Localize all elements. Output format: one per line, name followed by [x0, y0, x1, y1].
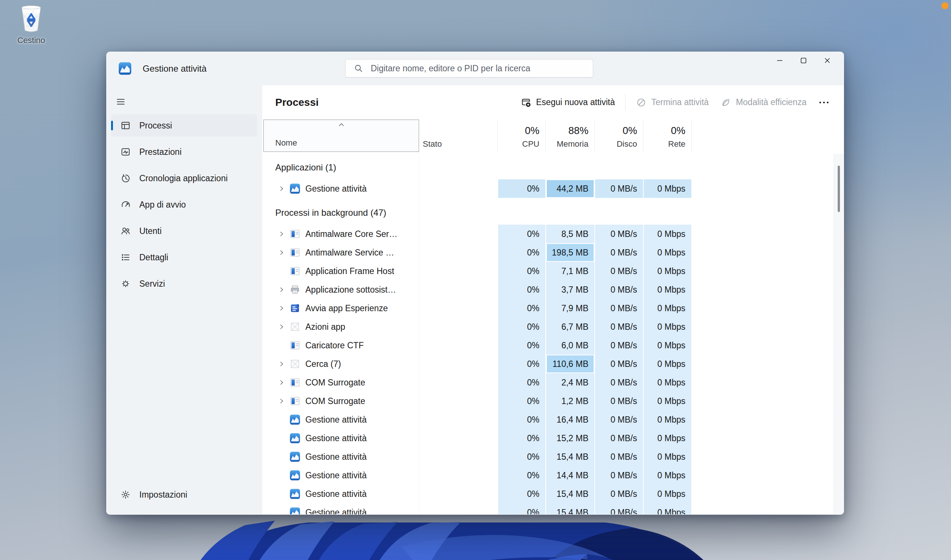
navigation-menu-button[interactable]	[112, 93, 130, 111]
expand-chevron-icon[interactable]	[277, 286, 286, 294]
expand-chevron-icon[interactable]	[277, 304, 286, 312]
task-manager-icon	[289, 488, 301, 500]
network-cell: 0 Mbps	[643, 429, 691, 448]
task-manager-icon	[289, 182, 301, 195]
end-task-button[interactable]: Termina attività	[630, 94, 715, 111]
process-row[interactable]: Gestione attività 0% 16,4 MB 0 MB/s 0 Mb…	[262, 410, 834, 429]
column-header-rete[interactable]: 0% Rete	[643, 119, 691, 152]
sidebar-item-app-di-avvio[interactable]: App di avvio	[111, 194, 257, 216]
toolbar-separator	[625, 94, 626, 111]
disk-cell: 0 MB/s	[594, 262, 643, 280]
search-box[interactable]	[345, 59, 593, 78]
process-row[interactable]: Gestione attività 0% 15,4 MB 0 MB/s 0 Mb…	[262, 485, 834, 503]
process-row[interactable]: Cerca (7) 0% 110,6 MB 0 MB/s 0 Mbps	[262, 355, 834, 373]
run-new-task-button[interactable]: Esegui nuova attività	[515, 94, 621, 111]
memory-cell: 44,2 MB	[545, 179, 594, 198]
cpu-cell: 0%	[497, 392, 545, 410]
process-name-cell: Avvia app Esperienze	[262, 299, 419, 317]
cpu-cell: 0%	[497, 336, 545, 355]
network-cell: 0 Mbps	[643, 317, 691, 336]
disk-cell: 0 MB/s	[594, 355, 643, 373]
expand-chevron-icon[interactable]	[277, 323, 286, 331]
expand-chevron-icon[interactable]	[277, 185, 286, 193]
exe-icon	[289, 339, 301, 352]
network-cell: 0 Mbps	[643, 179, 691, 198]
expand-chevron-icon[interactable]	[277, 378, 286, 386]
memory-cell: 15,2 MB	[545, 429, 594, 448]
process-row[interactable]: Gestione attività 0% 14,4 MB 0 MB/s 0 Mb…	[262, 466, 834, 485]
sidebar-item-prestazioni[interactable]: Prestazioni	[111, 141, 257, 163]
cpu-cell: 0%	[497, 448, 545, 466]
process-row[interactable]: Applicazione sottosistema spo… 0% 3,7 MB…	[262, 280, 834, 299]
process-row[interactable]: COM Surrogate 0% 2,4 MB 0 MB/s 0 Mbps	[262, 373, 834, 392]
sidebar-item-servizi[interactable]: Servizi	[111, 272, 257, 295]
processes-icon	[120, 120, 131, 131]
sidebar-item-processi[interactable]: Processi	[111, 114, 257, 137]
status-cell	[419, 392, 497, 410]
hamburger-icon	[115, 97, 126, 107]
process-name-cell: Gestione attività	[262, 179, 419, 198]
process-row[interactable]: Caricatore CTF 0% 6,0 MB 0 MB/s 0 Mbps	[262, 336, 834, 355]
sidebar-item-cronologia-applicazioni[interactable]: Cronologia applicazioni	[111, 167, 257, 189]
network-cell: 0 Mbps	[643, 299, 691, 317]
efficiency-mode-button[interactable]: Modalità efficienza	[715, 94, 813, 111]
close-button[interactable]	[816, 52, 839, 69]
status-cell	[419, 429, 497, 448]
process-row[interactable]: Gestione attività 0% 15,4 MB 0 MB/s 0 Mb…	[262, 503, 834, 514]
process-row[interactable]: COM Surrogate 0% 1,2 MB 0 MB/s 0 Mbps	[262, 392, 834, 410]
process-row[interactable]: Avvia app Esperienze 0% 7,9 MB 0 MB/s 0 …	[262, 299, 834, 317]
sidebar-item-utenti[interactable]: Utenti	[111, 220, 257, 242]
process-row[interactable]: Gestione attività 0% 44,2 MB 0 MB/s 0 Mb…	[262, 179, 834, 198]
performance-icon	[120, 146, 131, 157]
task-manager-icon	[289, 469, 301, 482]
expand-chevron-icon[interactable]	[277, 397, 286, 405]
more-options-button[interactable]	[813, 94, 836, 111]
task-manager-app-icon	[118, 62, 131, 75]
column-header-stato[interactable]: Stato	[423, 139, 442, 149]
process-row[interactable]: Antimalware Service Executable 0% 198,5 …	[262, 243, 834, 262]
sidebar-item-impostazioni[interactable]: Impostazioni	[111, 483, 257, 506]
disk-cell: 0 MB/s	[594, 485, 643, 503]
process-name: Gestione attività	[305, 489, 367, 499]
disk-cell: 0 MB/s	[594, 336, 643, 355]
network-cell: 0 Mbps	[643, 410, 691, 429]
toolbar: Processi Esegui nuova attività	[262, 85, 844, 119]
expand-chevron-icon[interactable]	[277, 248, 286, 257]
search-icon	[354, 63, 363, 73]
memory-cell: 15,4 MB	[545, 503, 594, 514]
search-input[interactable]	[370, 63, 593, 74]
column-header-nome[interactable]: Nome	[263, 120, 419, 152]
process-name: Azioni app	[305, 322, 345, 332]
scrollbar-thumb[interactable]	[838, 166, 840, 212]
expand-chevron-icon[interactable]	[277, 360, 286, 368]
experience-app-icon	[289, 302, 301, 315]
memory-cell: 14,4 MB	[545, 466, 594, 485]
expand-chevron-icon[interactable]	[277, 230, 286, 238]
recycle-bin-desktop-icon[interactable]: Cestino	[5, 5, 57, 45]
services-icon	[120, 278, 131, 289]
process-name: Cerca (7)	[305, 359, 341, 369]
sidebar-item-dettagli[interactable]: Dettagli	[111, 246, 257, 268]
close-icon	[823, 56, 832, 65]
status-cell	[419, 373, 497, 392]
maximize-button[interactable]	[792, 52, 816, 69]
process-row[interactable]: Gestione attività 0% 15,2 MB 0 MB/s 0 Mb…	[262, 429, 834, 448]
column-header-cpu[interactable]: 0% CPU	[497, 119, 545, 152]
column-header-memoria[interactable]: 88% Memoria	[545, 119, 594, 152]
status-cell	[419, 317, 497, 336]
network-cell: 0 Mbps	[643, 503, 691, 514]
process-row[interactable]: Gestione attività 0% 15,4 MB 0 MB/s 0 Mb…	[262, 448, 834, 466]
process-name: Avvia app Esperienze	[305, 303, 388, 314]
scrollbar-track[interactable]	[834, 154, 844, 514]
column-header-disco[interactable]: 0% Disco	[594, 119, 643, 152]
titlebar[interactable]: Gestione attività	[107, 52, 844, 85]
cpu-cell: 0%	[497, 280, 545, 299]
minimize-button[interactable]	[768, 52, 792, 69]
process-row[interactable]: Application Frame Host 0% 7,1 MB 0 MB/s …	[262, 262, 834, 280]
process-group-title: Processi in background (47)	[275, 208, 386, 218]
process-row[interactable]: Azioni app 0% 6,7 MB 0 MB/s 0 Mbps	[262, 317, 834, 336]
process-name-cell: Application Frame Host	[262, 262, 419, 280]
memory-cell: 7,1 MB	[545, 262, 594, 280]
process-row[interactable]: Antimalware Core Service 0% 8,5 MB 0 MB/…	[262, 225, 834, 243]
memory-cell: 198,5 MB	[545, 243, 594, 262]
